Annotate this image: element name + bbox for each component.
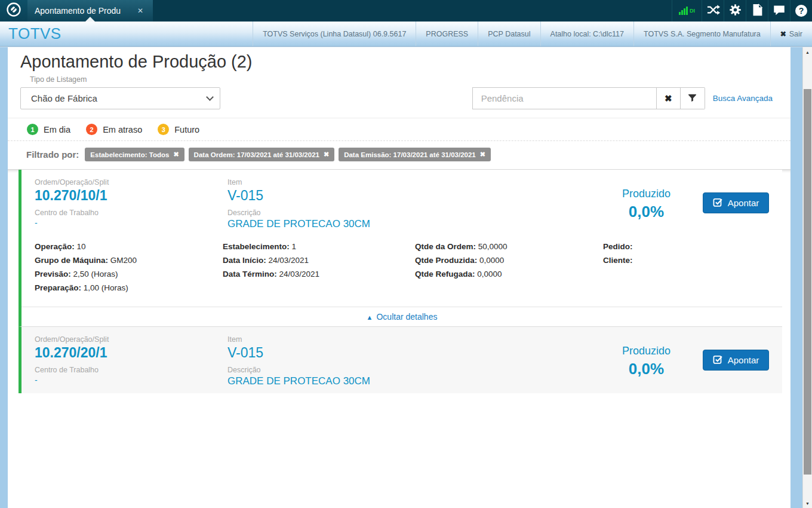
- order-card-2: Ordem/Operação/Split 10.270/20/1 Centro …: [19, 326, 782, 393]
- filter-tag-data-ordem[interactable]: Data Ordem: 17/03/2021 até 31/03/2021 ✖: [189, 148, 335, 161]
- description-label: Descrição: [227, 366, 603, 374]
- shuffle-icon: [706, 3, 720, 19]
- order-card-1-header: Ordem/Operação/Split 10.270/10/1 Centro …: [21, 170, 782, 236]
- totvs-logo-icon: [6, 2, 21, 20]
- tab-close-icon[interactable]: ✕: [135, 5, 146, 16]
- checkbox-check-icon: [713, 354, 723, 366]
- clear-search-icon: ✖: [665, 93, 672, 104]
- menu-item-progress[interactable]: PROGRESS: [416, 22, 478, 46]
- item-label: Item: [227, 335, 603, 344]
- red-status-icon: 2: [86, 124, 97, 135]
- remove-filter-icon[interactable]: ✖: [480, 151, 485, 158]
- item-code[interactable]: V-015: [227, 188, 603, 204]
- list-type-select[interactable]: Chão de Fábrica: [20, 87, 220, 109]
- connection-status-indicator[interactable]: DI: [672, 0, 702, 22]
- status-legend: 1 Em dia 2 Em atraso 3 Futuro: [8, 118, 791, 141]
- produced-block: Produzido 0,0%: [603, 335, 690, 387]
- produced-percentage: 0,0%: [603, 203, 690, 221]
- scrollbar-thumb[interactable]: [804, 89, 811, 475]
- legend-em-atraso: 2 Em atraso: [86, 124, 142, 135]
- filter-button[interactable]: [681, 87, 705, 109]
- filter-tag-data-emissao[interactable]: Data Emissão: 17/03/2021 até 31/03/2021 …: [339, 148, 491, 161]
- details-column-4: Pedido: Cliente:: [603, 240, 782, 295]
- work-center-value: -: [35, 375, 227, 385]
- details-column-1: Operação: 10 Grupo de Máquina: GM200 Pre…: [35, 240, 223, 295]
- help-button[interactable]: ?: [790, 0, 812, 22]
- totvs-smart-client-window: Apontamento de Produ ✕ DI: [0, 0, 812, 508]
- filtered-by-row: Filtrado por: Estabelecimento: Todos ✖ D…: [8, 141, 791, 169]
- description-label: Descrição: [227, 209, 603, 217]
- green-status-icon: 1: [27, 124, 38, 135]
- apontar-button[interactable]: Apontar: [703, 350, 770, 371]
- details-column-3: Qtde da Ordem: 50,0000 Qtde Produzida: 0…: [415, 240, 603, 295]
- di-status-label: DI: [690, 8, 695, 14]
- production-orders-list: Ordem/Operação/Split 10.270/10/1 Centro …: [8, 169, 791, 393]
- right-margin-strip: [791, 47, 802, 508]
- remove-filter-icon[interactable]: ✖: [173, 151, 179, 158]
- settings-button[interactable]: [724, 0, 746, 22]
- produced-percentage: 0,0%: [603, 360, 690, 378]
- apontar-button[interactable]: Apontar: [703, 192, 770, 213]
- switch-environment-button[interactable]: [702, 0, 724, 22]
- exit-label: Sair: [789, 30, 802, 38]
- top-bar-actions: DI: [672, 0, 812, 22]
- item-code[interactable]: V-015: [227, 345, 603, 361]
- produced-label: Produzido: [603, 188, 690, 200]
- menu-item-segmento[interactable]: TOTVS S.A. Segmento Manufatura: [633, 22, 770, 46]
- order-card-1-details: Operação: 10 Grupo de Máquina: GM200 Pre…: [21, 236, 782, 307]
- clear-search-button[interactable]: ✖: [656, 87, 681, 109]
- app-menu: TOTVS Serviços (Linha Datasul) 06.9.5617…: [253, 22, 812, 46]
- chat-button[interactable]: [768, 0, 790, 22]
- item-description: GRADE DE PROTECAO 30CM: [227, 375, 603, 387]
- advanced-search-link[interactable]: Busca Avançada: [713, 94, 773, 103]
- exit-x-icon: ✖: [780, 30, 786, 38]
- order-number[interactable]: 10.270/20/1: [35, 345, 227, 361]
- scroll-down-arrow[interactable]: ▼: [803, 498, 812, 508]
- signal-bars-icon: [679, 7, 688, 15]
- remove-filter-icon[interactable]: ✖: [324, 151, 329, 158]
- checkbox-check-icon: [713, 197, 723, 209]
- help-icon: ?: [795, 5, 807, 17]
- triangle-up-icon: ▲: [367, 314, 373, 321]
- yellow-status-icon: 3: [158, 124, 169, 135]
- left-margin-strip: [0, 47, 8, 508]
- page-content: Apontamento de Produção (2) Tipo de List…: [8, 47, 791, 508]
- hide-details-link[interactable]: ▲Ocultar detalhes: [367, 312, 438, 322]
- work-center-label: Centro de Trabalho: [35, 366, 227, 374]
- filtered-by-label: Filtrado por:: [26, 149, 79, 160]
- tab-apontamento-producao[interactable]: Apontamento de Produ ✕: [27, 0, 153, 22]
- page-title: Apontamento de Produção (2): [8, 47, 791, 74]
- chat-icon: [773, 4, 786, 19]
- menu-item-version[interactable]: TOTVS Serviços (Linha Datasul) 06.9.5617: [253, 22, 416, 46]
- gear-icon: [729, 4, 742, 19]
- order-label: Ordem/Operação/Split: [35, 335, 227, 344]
- menu-item-atalho-local[interactable]: Atalho local: C:\dlc117: [540, 22, 633, 46]
- work-center-label: Centro de Trabalho: [35, 209, 227, 217]
- search-input[interactable]: [472, 87, 656, 109]
- list-type-group: Tipo de Listagem Chão de Fábrica: [20, 75, 220, 109]
- active-tab-pointer: [85, 17, 95, 22]
- totvs-brand: TOTVS: [0, 25, 70, 43]
- tab-title: Apontamento de Produ: [35, 6, 121, 16]
- item-label: Item: [227, 178, 603, 186]
- filter-tag-estabelecimento[interactable]: Estabelecimento: Todos ✖: [85, 148, 184, 161]
- main-frame: Apontamento de Produção (2) Tipo de List…: [0, 47, 812, 508]
- scroll-up-arrow[interactable]: ▲: [803, 47, 812, 57]
- list-type-value: Chão de Fábrica: [31, 93, 207, 103]
- item-description: GRADE DE PROTECAO 30CM: [227, 218, 603, 230]
- produced-block: Produzido 0,0%: [603, 178, 690, 230]
- details-column-2: Estabelecimento: 1 Data Início: 24/03/20…: [223, 240, 415, 295]
- documents-button[interactable]: [746, 0, 768, 22]
- order-card-2-header: Ordem/Operação/Split 10.270/20/1 Centro …: [21, 327, 782, 393]
- page-scrollbar[interactable]: ▲ ▼: [802, 47, 812, 508]
- totvs-home-button[interactable]: [0, 0, 27, 22]
- controls-row: Tipo de Listagem Chão de Fábrica ✖: [8, 74, 791, 109]
- legend-futuro: 3 Futuro: [158, 124, 199, 135]
- funnel-icon: [687, 93, 697, 105]
- order-number[interactable]: 10.270/10/1: [35, 188, 227, 204]
- menu-item-pcp-datasul[interactable]: PCP Datasul: [478, 22, 540, 46]
- exit-button[interactable]: ✖ Sair: [770, 22, 812, 46]
- list-type-label: Tipo de Listagem: [30, 75, 220, 84]
- document-icon: [752, 4, 763, 19]
- work-center-value: -: [35, 218, 227, 228]
